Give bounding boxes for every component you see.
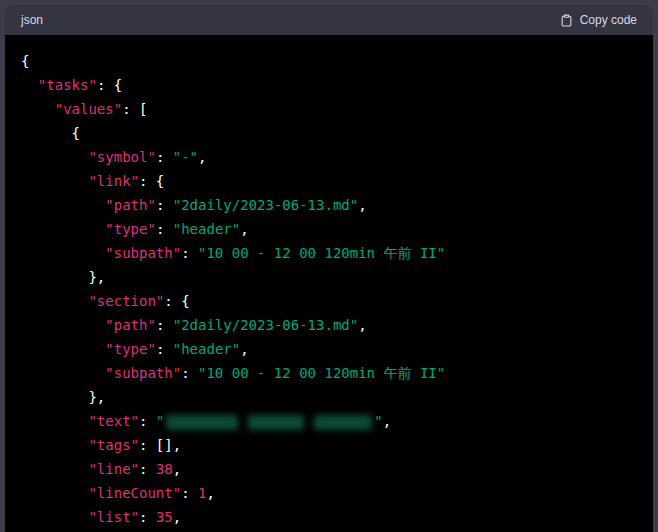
code-token: : { <box>139 173 164 189</box>
code-token: "10 00 - 12 00 120min 午前 II" <box>198 365 445 381</box>
code-line: "link": { <box>21 169 637 193</box>
code-line: "symbol": "-", <box>21 145 637 169</box>
code-line: { <box>21 49 637 73</box>
code-line: "path": "2daily/2023-06-13.md", <box>21 193 637 217</box>
code-token: 35 <box>156 509 173 525</box>
code-token: "2daily/2023-06-13.md" <box>173 317 358 333</box>
code-token: }, <box>21 389 105 405</box>
code-token: "tags" <box>88 437 139 453</box>
code-token: " <box>156 413 164 429</box>
clipboard-icon <box>560 13 573 28</box>
code-token: , <box>173 509 181 525</box>
copy-code-label: Copy code <box>580 13 637 27</box>
code-token <box>21 437 88 453</box>
code-token: : <box>156 317 173 333</box>
code-token: : [ <box>122 101 147 117</box>
code-token: : <box>156 197 173 213</box>
code-token <box>21 173 88 189</box>
code-token: "text" <box>88 413 139 429</box>
code-line: "subpath": "10 00 - 12 00 120min 午前 II" <box>21 361 637 385</box>
redacted-blob <box>314 415 372 430</box>
code-token: : { <box>97 77 122 93</box>
code-token <box>21 413 88 429</box>
code-token: , <box>358 197 366 213</box>
code-token: { <box>21 53 29 69</box>
code-token: "subpath" <box>105 245 181 261</box>
code-token <box>21 485 88 501</box>
code-token: : <box>181 485 198 501</box>
code-line: }, <box>21 385 637 409</box>
code-line: "subpath": "10 00 - 12 00 120min 午前 II" <box>21 241 637 265</box>
code-line: { <box>21 121 637 145</box>
code-token: , <box>198 149 206 165</box>
code-token: "section" <box>88 293 164 309</box>
code-line: "line": 38, <box>21 457 637 481</box>
code-token: : <box>181 365 198 381</box>
code-token: , <box>240 221 248 237</box>
code-block: json Copy code { "tasks": { "values": [ … <box>5 5 653 532</box>
code-token: "link" <box>88 173 139 189</box>
code-token: "2daily/2023-06-13.md" <box>173 197 358 213</box>
code-token <box>21 317 105 333</box>
redacted-blob <box>166 415 238 430</box>
code-token: "line" <box>88 461 139 477</box>
copy-code-button[interactable]: Copy code <box>560 13 637 28</box>
code-token: }, <box>21 269 105 285</box>
code-token: , <box>383 413 391 429</box>
code-line: }, <box>21 265 637 289</box>
code-line: "text": "", <box>21 409 637 433</box>
code-line: "values": [ <box>21 97 637 121</box>
code-token: { <box>21 125 80 141</box>
code-token: 38 <box>156 461 173 477</box>
code-token <box>21 245 105 261</box>
code-token: "symbol" <box>88 149 155 165</box>
code-token: : <box>139 509 156 525</box>
code-token <box>21 77 38 93</box>
code-token: "tasks" <box>38 77 97 93</box>
code-token <box>21 197 105 213</box>
code-token: : <box>156 341 173 357</box>
redacted-text <box>166 415 372 430</box>
code-token: : [], <box>139 437 181 453</box>
code-token: "path" <box>105 197 156 213</box>
code-content: { "tasks": { "values": [ { "symbol": "-"… <box>5 35 653 532</box>
code-line: "section": { <box>21 289 637 313</box>
code-token: "10 00 - 12 00 120min 午前 II" <box>198 245 445 261</box>
code-token: "type" <box>105 341 156 357</box>
code-token: "list" <box>88 509 139 525</box>
code-token: , <box>358 317 366 333</box>
code-token <box>21 509 88 525</box>
code-line: "tasks": { <box>21 73 637 97</box>
code-token: : <box>139 461 156 477</box>
code-token: "subpath" <box>105 365 181 381</box>
code-token <box>21 293 88 309</box>
code-line: "list": 35, <box>21 505 637 529</box>
code-token: , <box>206 485 214 501</box>
code-token <box>21 365 105 381</box>
code-lines: { "tasks": { "values": [ { "symbol": "-"… <box>21 49 637 529</box>
code-token <box>21 461 88 477</box>
code-token: : { <box>164 293 189 309</box>
code-token: " <box>374 413 382 429</box>
code-token: , <box>173 461 181 477</box>
language-label: json <box>21 13 43 27</box>
code-token <box>21 101 55 117</box>
page: { "header": { "language_label": "json", … <box>0 0 658 532</box>
code-line: "lineCount": 1, <box>21 481 637 505</box>
code-token <box>21 149 88 165</box>
code-line: "type": "header", <box>21 217 637 241</box>
code-token: "type" <box>105 221 156 237</box>
code-line: "type": "header", <box>21 337 637 361</box>
redacted-blob <box>248 415 304 430</box>
code-line: "tags": [], <box>21 433 637 457</box>
code-token: "header" <box>173 221 240 237</box>
code-header: json Copy code <box>5 5 653 35</box>
code-token: , <box>240 341 248 357</box>
code-token <box>21 221 105 237</box>
code-token: : <box>156 149 173 165</box>
code-token: "values" <box>55 101 122 117</box>
code-token: "lineCount" <box>88 485 181 501</box>
code-token: : <box>156 221 173 237</box>
code-line: "path": "2daily/2023-06-13.md", <box>21 313 637 337</box>
code-token: : <box>181 245 198 261</box>
